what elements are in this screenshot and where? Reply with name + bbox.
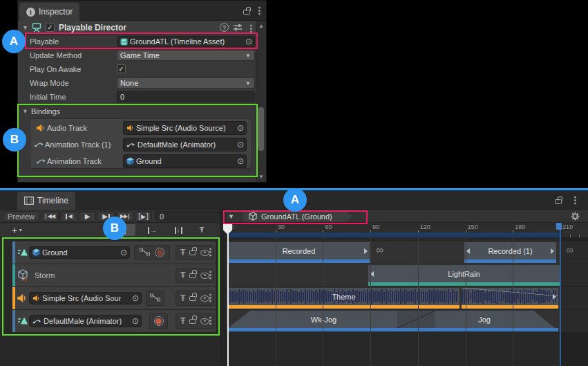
annotation-badge-b: B <box>3 128 26 152</box>
play-range-button[interactable]: ▶ <box>135 211 152 221</box>
playable-object-field[interactable]: GroundATL (Timeline Asset) ⊙ <box>117 36 255 47</box>
object-picker-icon[interactable]: ⊙ <box>237 157 244 165</box>
track-name: Ground <box>42 248 68 257</box>
preview-button[interactable]: Preview <box>3 211 39 221</box>
audio-source-object-field[interactable]: Simple Src (Audio Sour ⊙ <box>29 292 142 304</box>
track-kebab-icon[interactable] <box>209 274 211 276</box>
breadcrumb-dropdown-icon[interactable]: ▼ <box>228 213 234 220</box>
component-kebab-icon[interactable] <box>250 28 252 30</box>
track-color-stripe <box>12 264 15 286</box>
clip-recorded-1[interactable]: Recorded (1) <box>464 242 556 259</box>
annotation-badge-a: A <box>283 188 307 212</box>
crossfade-region <box>397 311 435 328</box>
object-picker-icon[interactable]: ⊙ <box>132 294 139 302</box>
curves-icon[interactable] <box>140 248 150 257</box>
tab-inspector[interactable]: i Inspector <box>19 3 79 21</box>
bindings-header[interactable]: ▼ Bindings <box>18 104 256 118</box>
animator-object-field[interactable]: DefaultMale (Animator) ⊙ <box>29 315 142 327</box>
dropdown-arrow-icon: ▼ <box>18 228 23 232</box>
curves-icon[interactable] <box>150 293 160 303</box>
pin-icon[interactable]: Ŧ <box>180 248 185 257</box>
grid-line <box>323 237 323 366</box>
inspector-scrollbar[interactable]: ▲ ▼ <box>256 21 266 182</box>
foldout-icon[interactable]: ▼ <box>22 24 28 31</box>
initial-time-input[interactable]: 0 <box>117 91 255 102</box>
scroll-down-icon[interactable]: ▼ <box>256 174 266 180</box>
edit-mode-replace-button[interactable]: ↓ <box>167 224 189 236</box>
foldout-icon[interactable]: ▼ <box>22 108 28 115</box>
object-picker-icon[interactable]: ⊙ <box>237 140 244 149</box>
mute-eye-icon[interactable] <box>200 250 209 256</box>
clip-wkjog[interactable]: Wk-Jog <box>250 311 397 328</box>
clip-lightrain[interactable]: LightRain <box>368 265 560 282</box>
object-picker-icon[interactable]: ⊙ <box>132 317 139 325</box>
track-kebab-icon[interactable] <box>209 320 211 322</box>
lock-icon[interactable] <box>555 199 562 204</box>
binding-audio-object-field[interactable]: Simple Src (Audio Source) ⊙ <box>123 121 247 135</box>
track-name: DefaultMale (Animator) <box>44 317 122 325</box>
track-kebab-icon[interactable] <box>209 297 211 299</box>
binding-animator-value: DefaultMale (Animator) <box>137 140 216 149</box>
previous-frame-button[interactable]: ◀ <box>60 211 77 221</box>
binding-track-name: Audio Track <box>47 124 87 132</box>
clip-underline <box>464 259 556 263</box>
kebab-menu-icon[interactable] <box>574 199 576 201</box>
presets-icon[interactable] <box>233 23 243 32</box>
clip-jog[interactable]: Jog <box>435 311 533 328</box>
marker-toggle-button[interactable]: Ŧ <box>194 224 209 236</box>
track-toggles: Ŧ <box>176 313 214 329</box>
mute-eye-icon[interactable] <box>200 295 209 302</box>
track-kebab-icon[interactable] <box>209 251 211 253</box>
breadcrumb[interactable]: GroundATL (Ground) <box>243 210 352 222</box>
row-playable: Playable GroundATL (Timeline Asset) ⊙ <box>18 35 256 48</box>
clip-recorded[interactable]: Recorded <box>228 242 370 259</box>
lock-icon[interactable] <box>189 250 196 255</box>
kebab-menu-icon[interactable] <box>258 10 260 12</box>
clip-edge-arrow <box>364 248 368 254</box>
wrap-mode-dropdown[interactable]: None ▼ <box>117 77 255 89</box>
playhead-line[interactable] <box>227 223 229 366</box>
scrollbar-thumb[interactable] <box>258 107 264 151</box>
edit-mode-ripple-button[interactable]: → <box>141 224 163 236</box>
clip-label: Recorded <box>283 247 316 255</box>
pin-icon[interactable]: Ŧ <box>180 294 185 302</box>
clip-underline <box>228 305 459 309</box>
object-picker-icon[interactable]: ⊙ <box>237 124 244 132</box>
lock-icon[interactable] <box>189 319 196 324</box>
clip-theme-loop[interactable] <box>462 288 558 305</box>
play-on-awake-checkbox[interactable]: ✓ <box>117 64 126 73</box>
object-picker-icon[interactable]: ⊙ <box>245 37 252 46</box>
scroll-up-icon[interactable]: ▲ <box>256 23 266 29</box>
binding-animator-object-field[interactable]: DefaultMale (Animator) ⊙ <box>123 138 247 152</box>
track-row-ground[interactable]: Ground ⊙ Ŧ <box>12 241 216 264</box>
pin-icon[interactable]: Ŧ <box>180 271 185 280</box>
record-button[interactable] <box>154 316 164 326</box>
grid-line <box>276 237 276 366</box>
binding-ground-object-field[interactable]: Ground ⊙ <box>123 154 247 168</box>
help-icon[interactable]: ? <box>220 23 229 32</box>
mute-eye-icon[interactable] <box>200 273 209 279</box>
settings-gear-icon[interactable] <box>571 212 580 221</box>
record-button[interactable] <box>155 248 164 257</box>
add-track-button[interactable]: + ▼ <box>7 224 28 236</box>
lock-icon[interactable] <box>243 10 250 15</box>
object-picker-icon[interactable]: ⊙ <box>120 248 127 257</box>
lock-icon[interactable] <box>189 273 196 278</box>
mute-eye-icon[interactable] <box>200 318 209 324</box>
goto-start-button[interactable]: ◀◀ <box>41 211 59 221</box>
pin-icon[interactable]: Ŧ <box>180 317 185 325</box>
ground-object-field[interactable]: Ground ⊙ <box>29 246 130 259</box>
tab-timeline[interactable]: Timeline <box>17 192 75 210</box>
lock-icon[interactable] <box>189 296 196 301</box>
playable-director-header[interactable]: ▼ ✓ Playable Director ? <box>18 21 256 35</box>
play-button[interactable]: ▶ <box>79 211 96 221</box>
track-row-defaultmale[interactable]: DefaultMale (Animator) ⊙ Ŧ <box>12 310 216 332</box>
track-row-storm[interactable]: {} Storm Ŧ <box>12 264 216 286</box>
track-row-audio[interactable]: Simple Src (Audio Sour ⊙ Ŧ <box>12 287 216 309</box>
component-enable-checkbox[interactable]: ✓ <box>46 23 55 32</box>
update-method-dropdown[interactable]: Game Time ▼ <box>117 50 255 61</box>
frame-counter-input[interactable]: 0 <box>155 211 221 221</box>
clip-theme[interactable]: Theme <box>228 288 459 305</box>
duration-end-marker[interactable] <box>556 223 562 230</box>
splitter[interactable] <box>220 210 226 366</box>
